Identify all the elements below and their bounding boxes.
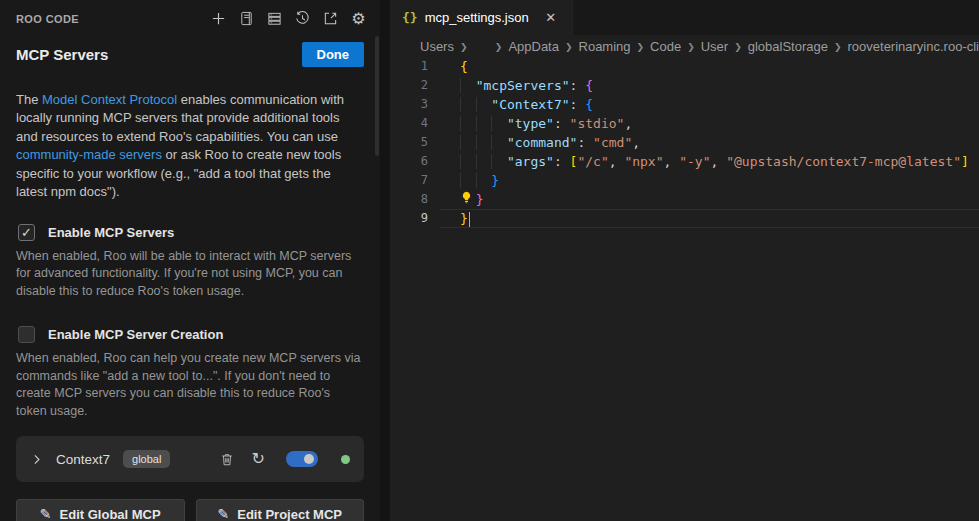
code-token: ,: [711, 154, 727, 169]
line-number: 3: [390, 95, 440, 114]
chevron-right-icon: ❯: [834, 41, 842, 52]
code-token: "mcpServers": [476, 78, 570, 93]
line-number: 8: [390, 190, 440, 209]
enable-mcp-creation-row: Enable MCP Server Creation: [18, 326, 364, 343]
code-line[interactable]: 1{: [390, 57, 979, 76]
code-token: "type": [507, 116, 554, 131]
pencil-icon: ✎: [218, 506, 230, 521]
code-token: ,: [664, 154, 680, 169]
breadcrumb-item[interactable]: Roaming: [579, 39, 631, 54]
chevron-right-icon[interactable]: [30, 453, 43, 466]
enable-mcp-servers-label: Enable MCP Servers: [48, 225, 174, 240]
tab-bar: {} mcp_settings.json ✕: [390, 0, 979, 35]
roo-code-panel: ROO CODE ⚙ MCP Servers Done The Model Co…: [0, 0, 385, 521]
breadcrumb-item[interactable]: AppData: [508, 39, 559, 54]
editor-group: {} mcp_settings.json ✕ Users❯❯AppData❯Ro…: [390, 0, 979, 521]
indent-guides: [460, 154, 507, 169]
code-token: ,: [632, 135, 640, 150]
code-line[interactable]: 2 "mcpServers": {: [390, 76, 979, 95]
trash-icon[interactable]: [220, 452, 234, 467]
code-token: :: [554, 154, 570, 169]
server-name: Context7: [56, 452, 110, 467]
code-line[interactable]: 7 }: [390, 171, 979, 190]
edit-project-mcp-button[interactable]: ✎Edit Project MCP: [196, 499, 365, 521]
code-token: "@upstash/context7-mcp@latest": [726, 154, 961, 169]
breadcrumb-item[interactable]: Users: [420, 39, 454, 54]
json-braces-icon: {}: [402, 10, 418, 25]
line-number: 1: [390, 57, 440, 76]
mcp-server-icon[interactable]: [265, 9, 284, 28]
lightbulb-icon[interactable]: [460, 191, 476, 204]
community-made-servers-link[interactable]: community-made servers: [16, 147, 162, 162]
line-number: 7: [390, 171, 440, 190]
code-line[interactable]: 3 "Context7": {: [390, 95, 979, 114]
panel-scrollbar[interactable]: [375, 36, 379, 156]
code-token: ]: [961, 154, 969, 169]
code-token: {: [585, 97, 593, 112]
code-token: ,: [624, 116, 632, 131]
enable-mcp-creation-description: When enabled, Roo can help you create ne…: [16, 350, 364, 420]
code-token: "/c": [577, 154, 608, 169]
enable-mcp-creation-checkbox[interactable]: [18, 326, 35, 343]
breadcrumb: Users❯❯AppData❯Roaming❯Code❯User❯globalS…: [390, 35, 979, 57]
code-token: "args": [507, 154, 554, 169]
code-line[interactable]: 5 "command": "cmd",: [390, 133, 979, 152]
refresh-icon[interactable]: ↻: [252, 451, 265, 467]
notebook-icon[interactable]: [237, 9, 256, 28]
chevron-right-icon: ❯: [460, 41, 468, 52]
code-token: "stdio": [570, 116, 625, 131]
enable-mcp-servers-description: When enabled, Roo will be able to intera…: [16, 248, 364, 301]
code-token: "command": [507, 135, 577, 150]
code-line[interactable]: 9}: [390, 209, 979, 228]
model-context-protocol-link[interactable]: Model Context Protocol: [42, 92, 177, 107]
code-token: "npx": [624, 154, 663, 169]
chevron-right-icon: ❯: [495, 41, 503, 52]
line-number: 4: [390, 114, 440, 133]
code-token: "-y": [679, 154, 710, 169]
code-token: :: [577, 135, 593, 150]
done-button[interactable]: Done: [302, 42, 365, 67]
indent-guides: [460, 116, 507, 131]
server-row-context7[interactable]: Context7 global ↻: [16, 436, 364, 482]
panel-header-icons: ⚙: [209, 9, 368, 28]
popout-icon[interactable]: [321, 9, 340, 28]
server-enabled-toggle[interactable]: [286, 451, 318, 467]
edit-global-mcp-button[interactable]: ✎Edit Global MCP: [16, 499, 185, 521]
code-token: }: [476, 192, 484, 207]
breadcrumb-item[interactable]: Code: [650, 39, 681, 54]
code-token: "cmd": [593, 135, 632, 150]
code-line[interactable]: 8}: [390, 190, 979, 209]
enable-mcp-creation-label: Enable MCP Server Creation: [48, 327, 223, 342]
code-token: :: [570, 78, 586, 93]
code-line[interactable]: 6 "args": ["/c", "npx", "-y", "@upstash/…: [390, 152, 979, 171]
code-line[interactable]: 4 "type": "stdio",: [390, 114, 979, 133]
scope-badge: global: [123, 450, 170, 468]
code-token: :: [570, 97, 586, 112]
page-title: MCP Servers: [16, 46, 108, 63]
gear-icon[interactable]: ⚙: [349, 9, 368, 28]
code-token: {: [585, 78, 593, 93]
text-cursor: [469, 212, 471, 227]
breadcrumb-item[interactable]: User: [701, 39, 728, 54]
close-icon[interactable]: ✕: [542, 9, 560, 27]
indent-guides: [460, 97, 491, 112]
code-token: {: [460, 59, 468, 74]
indent-guides: [460, 135, 507, 150]
code-token: "Context7": [491, 97, 569, 112]
pencil-icon: ✎: [40, 506, 52, 521]
enable-mcp-servers-row: ✓ Enable MCP Servers: [18, 224, 364, 241]
indent-guides: [460, 173, 491, 188]
enable-mcp-servers-checkbox[interactable]: ✓: [18, 224, 35, 241]
status-dot: [341, 455, 350, 464]
plus-icon[interactable]: [209, 9, 228, 28]
line-number: 6: [390, 152, 440, 171]
code-token: }: [491, 173, 499, 188]
code-editor[interactable]: 1{2 "mcpServers": {3 "Context7": {4 "typ…: [390, 57, 979, 521]
chevron-right-icon: ❯: [734, 41, 742, 52]
line-number: 2: [390, 76, 440, 95]
history-icon[interactable]: [293, 9, 312, 28]
breadcrumb-item[interactable]: rooveterinaryinc.roo-cli: [848, 39, 979, 54]
breadcrumb-item[interactable]: globalStorage: [748, 39, 828, 54]
panel-header: ROO CODE ⚙: [0, 0, 380, 28]
tab-mcp-settings-json[interactable]: {} mcp_settings.json ✕: [390, 0, 573, 35]
